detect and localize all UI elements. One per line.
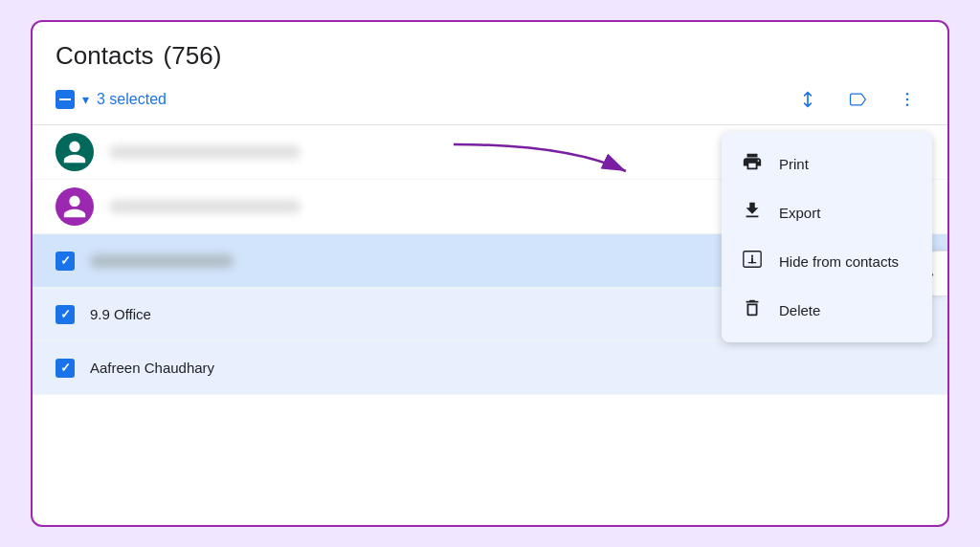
delete-icon	[741, 297, 764, 323]
contact-name-blurred	[109, 145, 301, 159]
menu-item-delete-label: Delete	[779, 302, 820, 318]
page-title: Contacts	[56, 41, 154, 71]
toolbar-right	[791, 82, 924, 117]
header: Contacts (756)	[33, 22, 947, 78]
header-left: Contacts (756)	[56, 41, 221, 71]
svg-point-0	[906, 93, 909, 96]
menu-item-export[interactable]: Export	[722, 188, 932, 237]
label-button[interactable]	[840, 82, 875, 117]
more-options-button[interactable]	[890, 82, 924, 117]
contact-row-selected[interactable]: Aafreen Chaudhary	[33, 341, 947, 395]
hide-icon	[741, 249, 764, 274]
selected-count-label: 3 selected	[97, 91, 167, 108]
svg-point-2	[906, 104, 909, 107]
menu-item-print[interactable]: Print	[722, 140, 932, 188]
toolbar-left: ▾ 3 selected	[56, 90, 167, 109]
contact-checkbox[interactable]	[56, 305, 75, 324]
menu-item-hide-label: Hide from contacts	[779, 253, 899, 270]
contact-checkbox[interactable]	[56, 359, 75, 378]
contact-checkbox[interactable]	[56, 252, 75, 271]
avatar	[56, 133, 94, 171]
svg-point-1	[906, 98, 909, 101]
print-icon	[741, 151, 764, 177]
menu-item-hide[interactable]: Hide from contacts	[722, 237, 932, 286]
select-all-checkbox[interactable]	[56, 90, 75, 109]
export-icon	[741, 200, 764, 226]
merge-button[interactable]	[791, 82, 825, 117]
main-window: Contacts (756) ▾ 3 selected	[31, 20, 949, 527]
menu-item-export-label: Export	[779, 205, 820, 221]
select-dropdown-arrow[interactable]: ▾	[82, 92, 89, 107]
contact-count: (756)	[164, 41, 222, 71]
contact-name-blurred	[90, 254, 234, 268]
menu-item-delete[interactable]: Delete	[722, 286, 932, 335]
context-menu: Print Export Hide from contacts	[722, 132, 932, 342]
contact-name-blurred	[109, 200, 301, 213]
contact-name: Aafreen Chaudhary	[90, 360, 924, 376]
toolbar: ▾ 3 selected	[33, 78, 947, 125]
menu-item-print-label: Print	[779, 156, 809, 172]
avatar	[56, 187, 94, 226]
